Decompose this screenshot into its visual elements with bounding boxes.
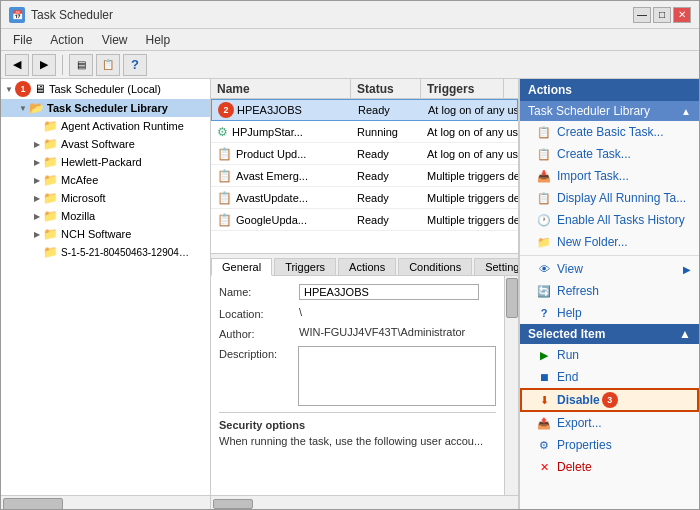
toolbar-forward-button[interactable]: ▶ <box>32 54 56 76</box>
export-icon: 📤 <box>536 415 552 431</box>
selected-item-header[interactable]: Selected Item ▲ <box>520 324 699 344</box>
tree-arrow: ▶ <box>31 228 43 240</box>
disable-icon: ⬇ <box>536 392 552 408</box>
tab-actions[interactable]: Actions <box>338 258 396 275</box>
action-end[interactable]: ⏹ End <box>520 366 699 388</box>
action-create-basic-task[interactable]: 📋 Create Basic Task... <box>520 121 699 143</box>
toolbar-back-button[interactable]: ◀ <box>5 54 29 76</box>
menu-view[interactable]: View <box>94 31 136 49</box>
tree-item-nch[interactable]: ▶ 📁 NCH Software <box>1 225 210 243</box>
badge-1: 1 <box>15 81 31 97</box>
tree-label: Task Scheduler (Local) <box>49 83 161 95</box>
folder-open-icon: 📂 <box>29 101 44 115</box>
author-label: Author: <box>219 326 299 340</box>
task-row[interactable]: 2 HPEA3JOBS Ready At log on of any user <box>211 99 518 121</box>
delete-icon: ✕ <box>536 459 552 475</box>
display-running-icon: 📋 <box>536 190 552 206</box>
tree-item-task-scheduler-library[interactable]: ▼ 📂 Task Scheduler Library <box>1 99 210 117</box>
view-submenu-arrow: ▶ <box>683 264 691 275</box>
tree-item-sid[interactable]: ▶ 📁 S-1-5-21-80450463-1290439094 <box>1 243 210 261</box>
badge-2: 2 <box>218 102 234 118</box>
minimize-button[interactable]: — <box>633 7 651 23</box>
vscroll-top-space <box>504 79 518 98</box>
task-row[interactable]: 📋 Avast Emerg... Ready Multiple triggers… <box>211 165 518 187</box>
task-row[interactable]: 📋 AvastUpdate... Ready Multiple triggers… <box>211 187 518 209</box>
details-vscrollbar[interactable] <box>504 276 518 495</box>
folder-icon: 📁 <box>43 191 58 205</box>
action-view[interactable]: 👁 View ▶ <box>520 258 699 280</box>
task-triggers: Multiple triggers defined <box>421 168 518 184</box>
refresh-icon: 🔄 <box>536 283 552 299</box>
action-display-running[interactable]: 📋 Display All Running Ta... <box>520 187 699 209</box>
tree-item-hewlett[interactable]: ▶ 📁 Hewlett-Packard <box>1 153 210 171</box>
tree-item-task-scheduler-local[interactable]: ▼ 1 🖥 Task Scheduler (Local) <box>1 79 210 99</box>
tree-item-agent-activation[interactable]: ▶ 📁 Agent Activation Runtime <box>1 117 210 135</box>
maximize-button[interactable]: □ <box>653 7 671 23</box>
details-hscrollbar[interactable] <box>211 495 518 510</box>
security-title: Security options <box>219 419 496 431</box>
folder-icon: 📁 <box>43 227 58 241</box>
vscroll-thumb[interactable] <box>506 278 518 318</box>
task-row[interactable]: ⚙ HPJumpStar... Running At log on of any… <box>211 121 518 143</box>
tree-item-microsoft[interactable]: ▶ 📁 Microsoft <box>1 189 210 207</box>
tab-general[interactable]: General <box>211 258 272 276</box>
name-input[interactable] <box>299 284 479 300</box>
task-triggers: At log on of any user <box>421 124 518 140</box>
tab-conditions[interactable]: Conditions <box>398 258 472 275</box>
tree-item-avast[interactable]: ▶ 📁 Avast Software <box>1 135 210 153</box>
action-properties[interactable]: ⚙ Properties <box>520 434 699 456</box>
right-panel: Actions Task Scheduler Library ▲ 📋 Creat… <box>519 79 699 510</box>
folder-icon: 📁 <box>43 209 58 223</box>
action-export[interactable]: 📤 Export... <box>520 412 699 434</box>
tab-triggers[interactable]: Triggers <box>274 258 336 275</box>
col-header-triggers: Triggers <box>421 79 504 98</box>
actions-subheader-library[interactable]: Task Scheduler Library ▲ <box>520 101 699 121</box>
import-task-icon: 📥 <box>536 168 552 184</box>
tree-label: Hewlett-Packard <box>61 156 142 168</box>
hscroll-thumb[interactable] <box>3 498 63 510</box>
tree-label: Task Scheduler Library <box>47 102 168 114</box>
security-desc: When running the task, use the following… <box>219 435 496 447</box>
tabs-bar: General Triggers Actions Conditions Sett… <box>211 254 518 276</box>
security-section: Security options When running the task, … <box>219 412 496 447</box>
left-panel: ▼ 1 🖥 Task Scheduler (Local) ▼ 📂 Task Sc… <box>1 79 211 510</box>
menu-action[interactable]: Action <box>42 31 91 49</box>
window-controls[interactable]: — □ ✕ <box>633 7 691 23</box>
folder-icon: 📁 <box>43 245 58 259</box>
description-textarea[interactable] <box>298 346 496 406</box>
action-new-folder[interactable]: 📁 New Folder... <box>520 231 699 253</box>
title-bar: 📅 Task Scheduler — □ ✕ <box>1 1 699 29</box>
task-row[interactable]: 📋 Product Upd... Ready At log on of any … <box>211 143 518 165</box>
action-run[interactable]: ▶ Run <box>520 344 699 366</box>
hscroll-thumb[interactable] <box>213 499 253 509</box>
close-button[interactable]: ✕ <box>673 7 691 23</box>
details-section: General Triggers Actions Conditions Sett… <box>211 254 518 510</box>
tree-arrow: ▶ <box>31 210 43 222</box>
task-row[interactable]: 📋 GoogleUpda... Ready Multiple triggers … <box>211 209 518 231</box>
menu-help[interactable]: Help <box>138 31 179 49</box>
toolbar: ◀ ▶ ▤ 📋 ? <box>1 51 699 79</box>
action-refresh[interactable]: 🔄 Refresh <box>520 280 699 302</box>
action-enable-history[interactable]: 🕐 Enable All Tasks History <box>520 209 699 231</box>
menu-file[interactable]: File <box>5 31 40 49</box>
action-help[interactable]: ? Help <box>520 302 699 324</box>
name-label: Name: <box>219 284 299 298</box>
toolbar-properties-button[interactable]: 📋 <box>96 54 120 76</box>
new-folder-icon: 📁 <box>536 234 552 250</box>
tree-item-mcafee[interactable]: ▶ 📁 McAfee <box>1 171 210 189</box>
task-triggers: Multiple triggers defined <box>421 212 518 228</box>
toolbar-help-button[interactable]: ? <box>123 54 147 76</box>
action-disable[interactable]: ⬇ Disable 3 <box>520 388 699 412</box>
toolbar-separator <box>62 55 63 75</box>
tree-item-mozilla[interactable]: ▶ 📁 Mozilla <box>1 207 210 225</box>
left-hscrollbar[interactable] <box>1 495 210 510</box>
tree-label: Avast Software <box>61 138 135 150</box>
action-import-task[interactable]: 📥 Import Task... <box>520 165 699 187</box>
toolbar-show-hide-button[interactable]: ▤ <box>69 54 93 76</box>
main-container: ▼ 1 🖥 Task Scheduler (Local) ▼ 📂 Task Sc… <box>1 79 699 510</box>
tab-settings[interactable]: Settings <box>474 258 518 275</box>
col-header-name: Name <box>211 79 351 98</box>
properties-icon: ⚙ <box>536 437 552 453</box>
action-delete[interactable]: ✕ Delete <box>520 456 699 478</box>
action-create-task[interactable]: 📋 Create Task... <box>520 143 699 165</box>
